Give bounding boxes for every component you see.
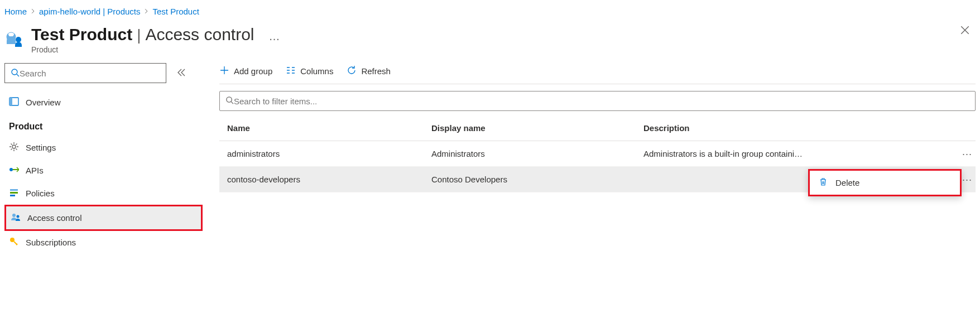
cell-name: contoso-developers <box>219 175 431 184</box>
refresh-button[interactable]: Refresh <box>347 65 391 77</box>
column-header-description[interactable]: Description <box>643 123 976 133</box>
collapse-sidebar-icon[interactable] <box>176 68 185 79</box>
breadcrumb-test-product[interactable]: Test Product <box>152 7 199 16</box>
sidebar-item-settings[interactable]: Settings <box>4 136 203 159</box>
cell-description: Administrators is a built-in group conta… <box>643 149 976 158</box>
policies-icon <box>9 187 19 199</box>
refresh-icon <box>347 65 357 77</box>
key-icon <box>9 237 19 248</box>
chevron-right-icon <box>143 8 149 16</box>
svg-point-8 <box>9 168 13 171</box>
sidebar-item-overview[interactable]: Overview <box>4 91 203 114</box>
filter-search-input[interactable] <box>234 97 969 106</box>
svg-point-4 <box>12 69 17 75</box>
svg-point-14 <box>10 238 15 242</box>
plus-icon <box>219 65 229 77</box>
svg-point-13 <box>17 215 20 218</box>
sidebar-search-input[interactable] <box>20 69 160 78</box>
sidebar-item-label: APIs <box>26 166 44 175</box>
sidebar-item-access-control[interactable]: Access control <box>4 205 203 231</box>
table-row[interactable]: contoso-developers Contoso Developers ··… <box>219 167 976 192</box>
columns-icon <box>286 65 296 77</box>
product-icon <box>4 28 25 50</box>
svg-point-7 <box>12 145 16 148</box>
command-bar: Add group Columns Refresh <box>219 63 976 84</box>
cell-display-name: Administrators <box>431 149 643 158</box>
row-more-icon[interactable]: ··· <box>962 173 972 185</box>
search-icon <box>225 96 234 106</box>
resource-type-label: Product <box>31 45 281 54</box>
sidebar-item-label: Settings <box>26 143 56 152</box>
breadcrumb-home[interactable]: Home <box>4 7 27 16</box>
close-icon[interactable] <box>960 25 970 37</box>
table-header: Name Display name Description <box>219 115 976 141</box>
delete-button[interactable]: Delete <box>812 173 958 192</box>
groups-table: Name Display name Description administra… <box>219 115 976 192</box>
cell-display-name: Contoso Developers <box>431 175 643 184</box>
column-header-name[interactable]: Name <box>219 123 431 133</box>
page-header: Test Product | Access control … Product <box>0 21 980 63</box>
sidebar-item-label: Subscriptions <box>26 238 76 247</box>
chevron-right-icon <box>30 8 36 16</box>
content-pane: Add group Columns Refresh <box>203 63 976 192</box>
svg-rect-10 <box>10 192 18 194</box>
more-actions-icon[interactable]: … <box>269 30 281 43</box>
columns-button[interactable]: Columns <box>286 65 333 77</box>
table-row[interactable]: administrators Administrators Administra… <box>219 141 976 167</box>
command-label: Columns <box>300 66 333 76</box>
svg-rect-6 <box>9 98 12 105</box>
sidebar-item-label: Access control <box>27 213 82 223</box>
command-label: Add group <box>234 66 272 76</box>
gear-icon <box>9 142 19 153</box>
title-separator: | <box>137 26 141 44</box>
svg-rect-11 <box>10 195 15 196</box>
breadcrumb: Home apim-hello-world | Products Test Pr… <box>0 0 980 21</box>
svg-point-12 <box>12 214 16 217</box>
sidebar-item-policies[interactable]: Policies <box>4 182 203 205</box>
search-icon <box>11 68 20 79</box>
context-item-label: Delete <box>835 178 859 187</box>
sidebar-item-label: Policies <box>26 189 55 198</box>
row-context-menu: Delete <box>808 169 962 196</box>
add-group-button[interactable]: Add group <box>219 65 272 77</box>
sidebar-section-product: Product <box>4 114 203 136</box>
svg-rect-9 <box>10 189 18 191</box>
svg-point-15 <box>227 97 232 102</box>
cell-name: administrators <box>219 149 431 158</box>
sidebar-item-label: Overview <box>26 98 61 107</box>
command-label: Refresh <box>361 66 391 76</box>
page-subtitle-section: Access control <box>145 25 254 44</box>
people-icon <box>11 212 21 224</box>
apis-icon <box>9 165 19 176</box>
column-header-display-name[interactable]: Display name <box>431 123 643 133</box>
sidebar-search[interactable] <box>4 63 166 83</box>
row-more-icon[interactable]: ··· <box>962 148 972 160</box>
breadcrumb-products[interactable]: apim-hello-world | Products <box>39 7 140 16</box>
filter-search[interactable] <box>219 91 976 111</box>
overview-icon <box>9 97 19 108</box>
delete-icon <box>819 177 828 188</box>
sidebar-item-subscriptions[interactable]: Subscriptions <box>4 231 203 254</box>
sidebar-item-apis[interactable]: APIs <box>4 159 203 182</box>
svg-point-3 <box>16 37 21 42</box>
page-title: Test Product <box>31 25 132 44</box>
sidebar: Overview Product Settings APIs Policies <box>4 63 203 254</box>
